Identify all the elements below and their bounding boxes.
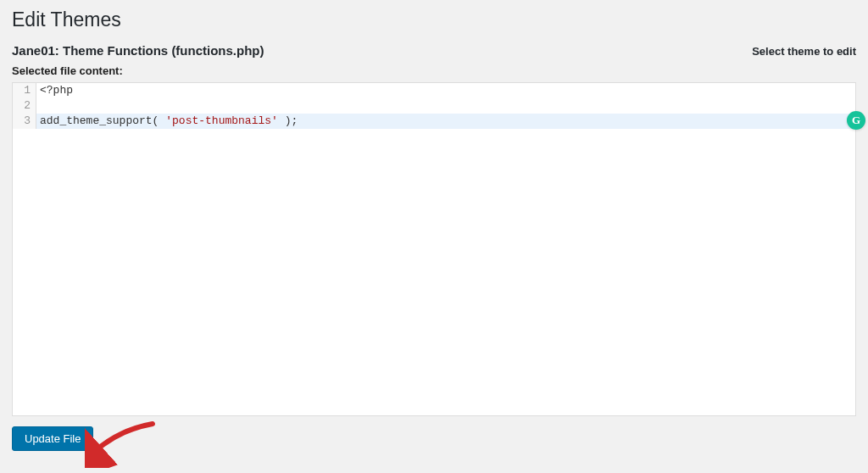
select-theme-label: Select theme to edit xyxy=(752,45,856,58)
code-editor[interactable]: 1<?php2 3add_theme_support( 'post-thumbn… xyxy=(12,82,856,416)
grammarly-icon[interactable]: G xyxy=(847,111,865,130)
code-content[interactable]: add_theme_support( 'post-thumbnails' ); xyxy=(36,114,855,129)
line-number: 1 xyxy=(13,83,36,98)
line-number: 2 xyxy=(13,98,36,114)
code-content[interactable]: <?php xyxy=(36,83,855,98)
code-content[interactable] xyxy=(36,98,855,114)
page-title: Edit Themes xyxy=(12,8,856,31)
file-header-row: Jane01: Theme Functions (functions.php) … xyxy=(12,43,856,58)
line-number: 3 xyxy=(13,114,36,129)
selected-file-content-label: Selected file content: xyxy=(12,64,856,77)
code-line[interactable]: 1<?php xyxy=(13,83,855,98)
code-line[interactable]: 3add_theme_support( 'post-thumbnails' ); xyxy=(13,114,855,129)
update-file-button[interactable]: Update File xyxy=(12,426,93,451)
code-line[interactable]: 2 xyxy=(13,98,855,114)
current-file-label: Jane01: Theme Functions (functions.php) xyxy=(12,43,264,58)
